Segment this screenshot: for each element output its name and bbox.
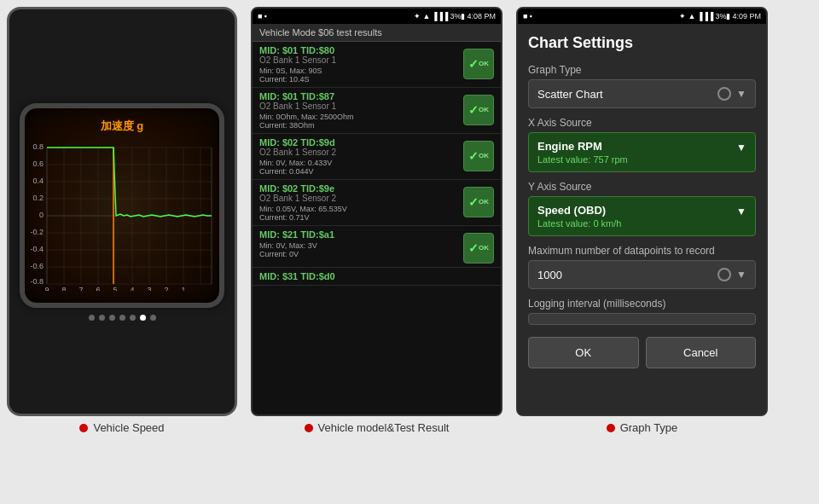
y-axis-label: Y Axis Source <box>528 181 756 193</box>
ok-badge-3: ✓ OK <box>463 141 494 171</box>
panel-test: ■ ▪ ✦ ▲ ▐▐▐ 3%▮ 4:08 PM Vehicle Mode $06… <box>244 0 509 437</box>
sensor-values-4: Min: 0.05V, Max: 65.535VCurrent: 0.71V <box>259 205 458 222</box>
ok-text-4: OK <box>479 199 489 206</box>
ok-text-5: OK <box>479 245 489 252</box>
svg-text:0.2: 0.2 <box>32 194 44 202</box>
logging-input[interactable] <box>528 313 756 325</box>
checkmark-2: ✓ <box>468 103 479 117</box>
signal-icon-s: ▐▐▐ <box>697 12 713 20</box>
max-datapoints-label: Maximum number of datapoints to record <box>528 245 756 257</box>
camera-icon-s: ▪ <box>529 12 531 20</box>
ok-badge-1: ✓ OK <box>463 49 494 79</box>
y-axis-inner: Speed (OBD) Latest value: 0 km/h <box>537 204 736 229</box>
y-axis-section: Y Axis Source Speed (OBD) Latest value: … <box>528 181 756 236</box>
bluetooth-icon: ✦ <box>414 12 421 20</box>
sensor-values-3: Min: 0V, Max: 0.433VCurrent: 0.044V <box>259 159 458 176</box>
chevron-down-icon-y: ▼ <box>736 206 746 217</box>
mid-label-6: MID: $31 TID:$d0 <box>259 271 494 281</box>
svg-text:0.4: 0.4 <box>32 177 44 185</box>
svg-text:1: 1 <box>181 286 185 291</box>
mid-label-4: MID: $02 TID:$9e <box>259 183 458 194</box>
camera-icon: ▪ <box>264 12 266 20</box>
ok-badge-2: ✓ OK <box>463 95 494 125</box>
max-datapoints-dropdown[interactable]: 1000 ▼ <box>528 260 756 289</box>
logging-section: Logging interval (milliseconds) <box>528 298 756 325</box>
page-dot-6 <box>140 315 146 321</box>
test-item-left-4: MID: $02 TID:$9e O2 Bank 1 Sensor 2 Min:… <box>259 183 458 222</box>
sensor-label-2: O2 Bank 1 Sensor 1 <box>259 101 458 111</box>
settings-title: Chart Settings <box>528 34 756 52</box>
page-dot-4 <box>119 315 125 321</box>
chevron-down-icon-dp: ▼ <box>736 269 746 281</box>
test-item-2: MID: $01 TID:$87 O2 Bank 1 Sensor 1 Min:… <box>253 88 501 134</box>
ok-text-1: OK <box>479 61 489 67</box>
caption-dot-settings <box>607 424 615 432</box>
caption-text-speed: Vehicle Speed <box>93 421 164 434</box>
mid-label-1: MID: $01 TID:$80 <box>259 45 458 55</box>
speed-graph: 加速度 g 0.8 0.6 0.4 0.2 0 -0.2 -0.4 -0.6 -… <box>20 103 224 308</box>
max-datapoints-value: 1000 <box>537 269 562 281</box>
y-axis-value: Speed (OBD) <box>537 204 736 217</box>
test-item-6: MID: $31 TID:$d0 <box>253 268 501 286</box>
test-phone: ■ ▪ ✦ ▲ ▐▐▐ 3%▮ 4:08 PM Vehicle Mode $06… <box>251 7 502 416</box>
x-axis-latest: Latest value: 757 rpm <box>537 154 736 165</box>
status-bar-settings: ■ ▪ ✦ ▲ ▐▐▐ 3%▮ 4:09 PM <box>518 9 766 24</box>
graph-title: 加速度 g <box>101 119 144 134</box>
panel-settings: ■ ▪ ✦ ▲ ▐▐▐ 3%▮ 4:09 PM Chart Settings G… <box>509 0 775 437</box>
graph-type-section: Graph Type Scatter Chart ▼ <box>528 64 756 108</box>
x-axis-inner: Engine RPM Latest value: 757 rpm <box>537 140 736 165</box>
caption-text-settings: Graph Type <box>620 421 678 434</box>
page-dot-5 <box>130 315 136 321</box>
test-item-left-6: MID: $31 TID:$d0 <box>259 271 494 281</box>
test-item-left-5: MID: $21 TID:$a1 Min: 0V, Max: 3VCurrent… <box>259 229 458 258</box>
chevron-down-icon-x: ▼ <box>736 142 746 154</box>
cancel-button[interactable]: Cancel <box>646 337 757 368</box>
bluetooth-icon-s: ✦ <box>679 12 686 20</box>
radio-icon-dp <box>717 268 731 281</box>
test-item-4: MID: $02 TID:$9e O2 Bank 1 Sensor 2 Min:… <box>253 180 501 226</box>
ok-button[interactable]: OK <box>528 337 639 368</box>
caption-dot-test <box>305 424 313 432</box>
battery-icon: 3%▮ <box>450 12 465 20</box>
test-item-left-2: MID: $01 TID:$87 O2 Bank 1 Sensor 1 Min:… <box>259 91 458 130</box>
radio-icon <box>717 87 731 101</box>
sensor-label-4: O2 Bank 1 Sensor 2 <box>259 194 458 203</box>
sensor-values-1: Min: 0S, Max: 90SCurrent: 10.4S <box>259 67 458 84</box>
status-bar-test: ■ ▪ ✦ ▲ ▐▐▐ 3%▮ 4:08 PM <box>253 9 501 24</box>
x-axis-dropdown[interactable]: Engine RPM Latest value: 757 rpm ▼ <box>528 132 756 172</box>
mid-label-2: MID: $01 TID:$87 <box>259 91 458 101</box>
chevron-down-icon-graph: ▼ <box>736 88 746 100</box>
y-axis-dropdown[interactable]: Speed (OBD) Latest value: 0 km/h ▼ <box>528 196 756 236</box>
speed-chart-svg: 0.8 0.6 0.4 0.2 0 -0.2 -0.4 -0.6 -0.8 <box>28 137 216 291</box>
test-content: MID: $01 TID:$80 O2 Bank 1 Sensor 1 Min:… <box>253 42 501 414</box>
status-icons-right-test: ✦ ▲ ▐▐▐ 3%▮ 4:08 PM <box>414 12 496 20</box>
test-header: Vehicle Mode $06 test results <box>253 24 501 42</box>
time-test: 4:08 PM <box>467 12 496 20</box>
test-item-1: MID: $01 TID:$80 O2 Bank 1 Sensor 1 Min:… <box>253 42 501 88</box>
page-dot-2 <box>99 315 105 321</box>
status-icons-left-test: ■ ▪ <box>258 12 267 20</box>
checkmark-5: ✓ <box>468 241 479 255</box>
x-axis-label: X Axis Source <box>528 117 756 129</box>
sensor-values-2: Min: 0Ohm, Max: 2500OhmCurrent: 38Ohm <box>259 113 458 130</box>
test-item-3: MID: $02 TID:$9d O2 Bank 1 Sensor 2 Min:… <box>253 134 501 180</box>
svg-text:6: 6 <box>96 286 100 291</box>
page-dot-1 <box>89 315 95 321</box>
svg-text:8: 8 <box>61 286 66 291</box>
page-dot-3 <box>109 315 115 321</box>
ok-badge-5: ✓ OK <box>463 233 494 264</box>
mid-label-3: MID: $02 TID:$9d <box>259 137 458 148</box>
graph-type-dropdown[interactable]: Scatter Chart ▼ <box>528 79 756 108</box>
svg-text:4: 4 <box>130 286 134 291</box>
test-item-left-1: MID: $01 TID:$80 O2 Bank 1 Sensor 1 Min:… <box>259 45 458 84</box>
signal-icon: ▐▐▐ <box>432 12 448 20</box>
status-icons-right-settings: ✦ ▲ ▐▐▐ 3%▮ 4:09 PM <box>679 12 761 20</box>
logging-label: Logging interval (milliseconds) <box>528 298 756 310</box>
settings-content: Chart Settings Graph Type Scatter Chart … <box>518 24 766 414</box>
graph-type-label: Graph Type <box>528 64 756 76</box>
x-axis-section: X Axis Source Engine RPM Latest value: 7… <box>528 117 756 172</box>
notification-icon-s: ■ <box>523 12 527 20</box>
ok-text-3: OK <box>479 153 489 159</box>
svg-text:-0.4: -0.4 <box>30 245 44 253</box>
wifi-icon-s: ▲ <box>688 12 695 20</box>
